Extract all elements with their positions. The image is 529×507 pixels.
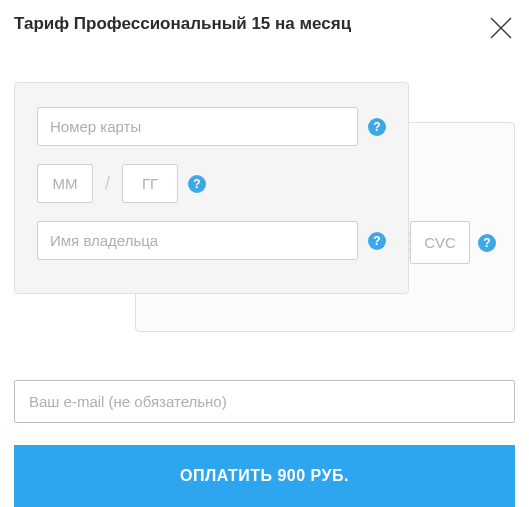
card-number-input[interactable] <box>37 107 358 146</box>
pay-button[interactable]: ОПЛАТИТЬ 900 РУБ. <box>14 445 515 507</box>
cardholder-name-input[interactable] <box>37 221 358 260</box>
expiry-help-icon[interactable]: ? <box>188 175 206 193</box>
expiry-month-input[interactable] <box>37 164 93 203</box>
cvc-input[interactable] <box>410 221 470 264</box>
close-icon[interactable] <box>487 14 515 42</box>
cardholder-help-icon[interactable]: ? <box>368 232 386 250</box>
email-input[interactable] <box>14 380 515 423</box>
card-number-help-icon[interactable]: ? <box>368 118 386 136</box>
expiry-year-input[interactable] <box>122 164 178 203</box>
expiry-separator: / <box>105 173 110 194</box>
cvc-help-icon[interactable]: ? <box>478 234 496 252</box>
card-area: ? ? / ? ? <box>14 82 515 322</box>
card-front: ? / ? ? <box>14 82 409 294</box>
page-title: Тариф Профессиональный 15 на месяц <box>14 14 351 34</box>
